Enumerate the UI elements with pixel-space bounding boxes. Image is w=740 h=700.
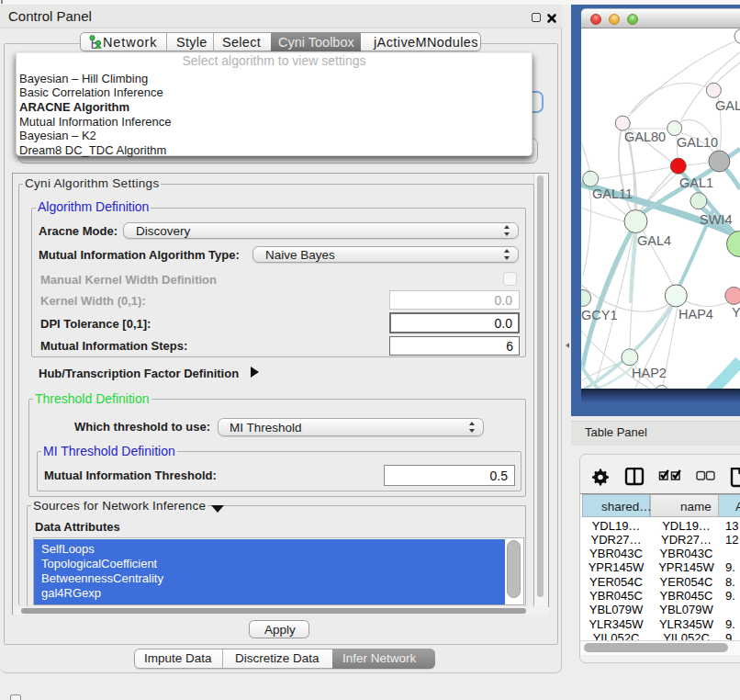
svg-text:GAL4: GAL4 — [637, 233, 671, 248]
svg-text:GAL80: GAL80 — [624, 130, 666, 144]
svg-text:GAL1: GAL1 — [679, 175, 713, 190]
svg-text:GAL11: GAL11 — [592, 186, 633, 201]
svg-text:GAL10: GAL10 — [677, 135, 718, 150]
svg-text:HAP4: HAP4 — [678, 307, 713, 322]
svg-text:GCY1: GCY1 — [581, 308, 618, 322]
svg-text:GAL2: GAL2 — [715, 98, 740, 113]
svg-text:Y: Y — [732, 305, 740, 320]
svg-text:HAP2: HAP2 — [632, 366, 667, 380]
svg-text:SWI4: SWI4 — [700, 212, 732, 227]
